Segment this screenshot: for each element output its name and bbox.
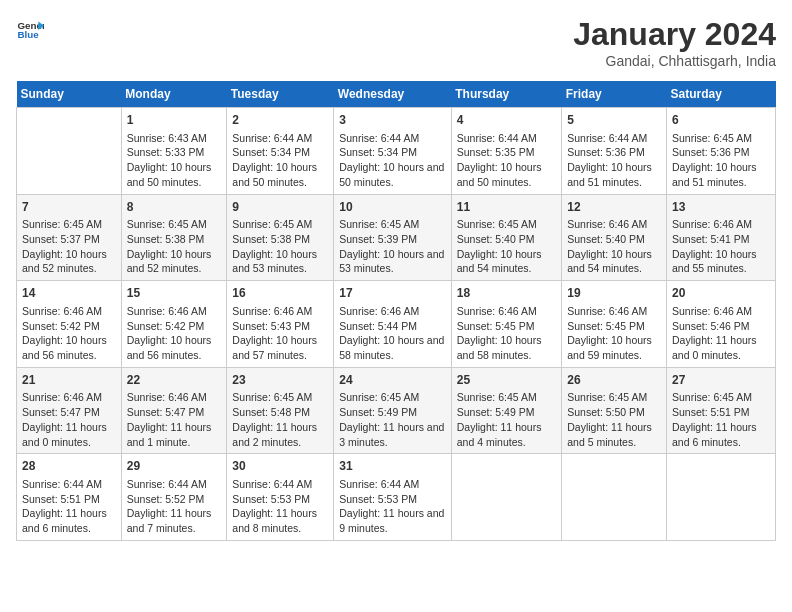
day-number: 25: [457, 372, 556, 389]
sunrise-text: Sunrise: 6:44 AM: [232, 478, 312, 490]
sunset-text: Sunset: 5:37 PM: [22, 233, 100, 245]
sunrise-text: Sunrise: 6:45 AM: [232, 218, 312, 230]
sunset-text: Sunset: 5:49 PM: [457, 406, 535, 418]
day-number: 6: [672, 112, 770, 129]
calendar-week-row: 28Sunrise: 6:44 AMSunset: 5:51 PMDayligh…: [17, 454, 776, 541]
sunset-text: Sunset: 5:38 PM: [232, 233, 310, 245]
daylight-text: Daylight: 11 hours and 9 minutes.: [339, 507, 444, 534]
sunset-text: Sunset: 5:51 PM: [22, 493, 100, 505]
calendar-cell: 12Sunrise: 6:46 AMSunset: 5:40 PMDayligh…: [562, 194, 667, 281]
daylight-text: Daylight: 11 hours and 0 minutes.: [22, 421, 107, 448]
daylight-text: Daylight: 10 hours and 55 minutes.: [672, 248, 757, 275]
daylight-text: Daylight: 10 hours and 50 minutes.: [339, 161, 444, 188]
calendar-table: SundayMondayTuesdayWednesdayThursdayFrid…: [16, 81, 776, 541]
weekday-header: Sunday: [17, 81, 122, 108]
daylight-text: Daylight: 10 hours and 50 minutes.: [457, 161, 542, 188]
sunrise-text: Sunrise: 6:45 AM: [339, 218, 419, 230]
calendar-cell: 21Sunrise: 6:46 AMSunset: 5:47 PMDayligh…: [17, 367, 122, 454]
sunrise-text: Sunrise: 6:46 AM: [339, 305, 419, 317]
day-number: 24: [339, 372, 446, 389]
day-number: 10: [339, 199, 446, 216]
sunrise-text: Sunrise: 6:44 AM: [457, 132, 537, 144]
calendar-cell: 24Sunrise: 6:45 AMSunset: 5:49 PMDayligh…: [334, 367, 452, 454]
sunrise-text: Sunrise: 6:44 AM: [339, 132, 419, 144]
day-number: 13: [672, 199, 770, 216]
sunrise-text: Sunrise: 6:43 AM: [127, 132, 207, 144]
sunrise-text: Sunrise: 6:45 AM: [339, 391, 419, 403]
sunrise-text: Sunrise: 6:44 AM: [232, 132, 312, 144]
daylight-text: Daylight: 10 hours and 53 minutes.: [339, 248, 444, 275]
weekday-header: Monday: [121, 81, 227, 108]
daylight-text: Daylight: 10 hours and 59 minutes.: [567, 334, 652, 361]
sunrise-text: Sunrise: 6:45 AM: [232, 391, 312, 403]
sunset-text: Sunset: 5:53 PM: [232, 493, 310, 505]
sunset-text: Sunset: 5:34 PM: [339, 146, 417, 158]
calendar-cell: 7Sunrise: 6:45 AMSunset: 5:37 PMDaylight…: [17, 194, 122, 281]
calendar-cell: [17, 108, 122, 195]
sunset-text: Sunset: 5:45 PM: [567, 320, 645, 332]
sunset-text: Sunset: 5:40 PM: [567, 233, 645, 245]
daylight-text: Daylight: 10 hours and 50 minutes.: [232, 161, 317, 188]
daylight-text: Daylight: 11 hours and 6 minutes.: [672, 421, 757, 448]
svg-text:Blue: Blue: [17, 29, 39, 40]
sunset-text: Sunset: 5:40 PM: [457, 233, 535, 245]
calendar-cell: 22Sunrise: 6:46 AMSunset: 5:47 PMDayligh…: [121, 367, 227, 454]
sunrise-text: Sunrise: 6:46 AM: [457, 305, 537, 317]
daylight-text: Daylight: 11 hours and 3 minutes.: [339, 421, 444, 448]
daylight-text: Daylight: 10 hours and 51 minutes.: [672, 161, 757, 188]
daylight-text: Daylight: 10 hours and 56 minutes.: [22, 334, 107, 361]
calendar-cell: 1Sunrise: 6:43 AMSunset: 5:33 PMDaylight…: [121, 108, 227, 195]
day-number: 3: [339, 112, 446, 129]
calendar-cell: 20Sunrise: 6:46 AMSunset: 5:46 PMDayligh…: [666, 281, 775, 368]
day-number: 22: [127, 372, 222, 389]
calendar-cell: 13Sunrise: 6:46 AMSunset: 5:41 PMDayligh…: [666, 194, 775, 281]
weekday-header: Thursday: [451, 81, 561, 108]
day-number: 28: [22, 458, 116, 475]
sunset-text: Sunset: 5:36 PM: [567, 146, 645, 158]
sunrise-text: Sunrise: 6:46 AM: [567, 218, 647, 230]
day-number: 14: [22, 285, 116, 302]
sunset-text: Sunset: 5:34 PM: [232, 146, 310, 158]
daylight-text: Daylight: 10 hours and 57 minutes.: [232, 334, 317, 361]
sunrise-text: Sunrise: 6:45 AM: [457, 218, 537, 230]
daylight-text: Daylight: 10 hours and 52 minutes.: [22, 248, 107, 275]
daylight-text: Daylight: 10 hours and 51 minutes.: [567, 161, 652, 188]
day-number: 9: [232, 199, 328, 216]
daylight-text: Daylight: 11 hours and 2 minutes.: [232, 421, 317, 448]
day-number: 18: [457, 285, 556, 302]
calendar-cell: 23Sunrise: 6:45 AMSunset: 5:48 PMDayligh…: [227, 367, 334, 454]
calendar-cell: 3Sunrise: 6:44 AMSunset: 5:34 PMDaylight…: [334, 108, 452, 195]
weekday-header: Saturday: [666, 81, 775, 108]
sunrise-text: Sunrise: 6:46 AM: [567, 305, 647, 317]
sunset-text: Sunset: 5:36 PM: [672, 146, 750, 158]
sunset-text: Sunset: 5:39 PM: [339, 233, 417, 245]
calendar-cell: 5Sunrise: 6:44 AMSunset: 5:36 PMDaylight…: [562, 108, 667, 195]
sunset-text: Sunset: 5:38 PM: [127, 233, 205, 245]
day-number: 19: [567, 285, 661, 302]
daylight-text: Daylight: 10 hours and 52 minutes.: [127, 248, 212, 275]
sunset-text: Sunset: 5:46 PM: [672, 320, 750, 332]
calendar-cell: 4Sunrise: 6:44 AMSunset: 5:35 PMDaylight…: [451, 108, 561, 195]
day-number: 31: [339, 458, 446, 475]
calendar-cell: 28Sunrise: 6:44 AMSunset: 5:51 PMDayligh…: [17, 454, 122, 541]
sunrise-text: Sunrise: 6:46 AM: [22, 391, 102, 403]
calendar-cell: 25Sunrise: 6:45 AMSunset: 5:49 PMDayligh…: [451, 367, 561, 454]
page-header: General Blue January 2024 Gandai, Chhatt…: [16, 16, 776, 69]
day-number: 29: [127, 458, 222, 475]
day-number: 27: [672, 372, 770, 389]
sunset-text: Sunset: 5:47 PM: [22, 406, 100, 418]
daylight-text: Daylight: 11 hours and 8 minutes.: [232, 507, 317, 534]
day-number: 15: [127, 285, 222, 302]
day-number: 2: [232, 112, 328, 129]
daylight-text: Daylight: 11 hours and 1 minute.: [127, 421, 212, 448]
daylight-text: Daylight: 11 hours and 5 minutes.: [567, 421, 652, 448]
sunset-text: Sunset: 5:42 PM: [127, 320, 205, 332]
sunrise-text: Sunrise: 6:45 AM: [22, 218, 102, 230]
weekday-header: Wednesday: [334, 81, 452, 108]
day-number: 5: [567, 112, 661, 129]
sunset-text: Sunset: 5:47 PM: [127, 406, 205, 418]
sunrise-text: Sunrise: 6:46 AM: [22, 305, 102, 317]
day-number: 23: [232, 372, 328, 389]
daylight-text: Daylight: 10 hours and 54 minutes.: [567, 248, 652, 275]
calendar-cell: 19Sunrise: 6:46 AMSunset: 5:45 PMDayligh…: [562, 281, 667, 368]
